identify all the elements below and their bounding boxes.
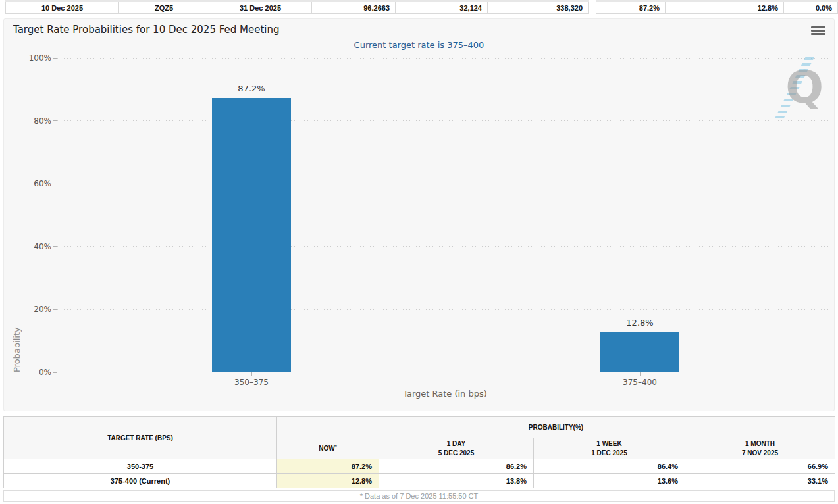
table-row: 375-400 (Current) 12.8% 13.8% 13.6% 33.1… bbox=[4, 474, 835, 488]
strip-cell: 96.2663 bbox=[312, 1, 396, 14]
gridline bbox=[57, 184, 833, 184]
one-month-date: 7 NOV 2025 bbox=[685, 449, 835, 458]
one-week-date: 1 DEC 2025 bbox=[534, 449, 685, 458]
quote-strip: 10 Dec 2025 ZQZ5 31 Dec 2025 96.2663 32,… bbox=[0, 0, 838, 16]
day-prob-cell: 13.8% bbox=[379, 474, 534, 488]
one-month-label: 1 MONTH bbox=[685, 440, 835, 449]
x-axis-title: Target Rate (in bps) bbox=[57, 389, 833, 399]
table-row: 350-375 87.2% 86.2% 86.4% 66.9% bbox=[4, 459, 835, 474]
strip-cell: 32,124 bbox=[396, 1, 488, 14]
y-axis-tick bbox=[53, 372, 57, 373]
x-axis-category-label: 350–375 bbox=[212, 378, 291, 387]
y-axis-tick bbox=[53, 246, 57, 247]
probability-table: TARGET RATE (BPS) PROBABILITY(%) NOW* 1 … bbox=[3, 416, 835, 488]
y-axis-tick bbox=[53, 58, 57, 59]
week-prob-cell: 13.6% bbox=[534, 474, 685, 488]
y-axis-tick-label: 20% bbox=[18, 305, 51, 314]
plot-area: 0%20%40%60%80%100%87.2%350–37512.8%375–4… bbox=[57, 58, 833, 372]
bar-value-label: 12.8% bbox=[600, 318, 679, 328]
one-month-column-header: 1 MONTH 7 NOV 2025 bbox=[685, 438, 835, 459]
now-asterisk: * bbox=[335, 443, 337, 449]
rate-cell: 375-400 (Current) bbox=[4, 474, 277, 488]
month-prob-cell: 66.9% bbox=[685, 459, 835, 474]
y-axis-tick-label: 100% bbox=[18, 53, 51, 63]
y-axis-title: Probability bbox=[12, 58, 22, 372]
chart-title: Target Rate Probabilities for 10 Dec 202… bbox=[13, 24, 280, 36]
now-label: NOW bbox=[319, 445, 334, 452]
y-axis-tick bbox=[53, 309, 57, 310]
data-as-of-footnote: * Data as of 7 Dec 2025 11:55:50 CT bbox=[3, 490, 835, 502]
gridline bbox=[57, 309, 833, 310]
quote-table-left: 10 Dec 2025 ZQZ5 31 Dec 2025 96.2663 32,… bbox=[5, 0, 589, 14]
one-day-date: 5 DEC 2025 bbox=[379, 449, 533, 458]
bar-value-label: 87.2% bbox=[212, 84, 291, 93]
gridline bbox=[57, 120, 833, 121]
gridline bbox=[57, 58, 833, 59]
strip-cell: 338,320 bbox=[488, 1, 589, 14]
strip-cell: 31 Dec 2025 bbox=[209, 1, 312, 14]
gridline bbox=[57, 246, 833, 247]
fedwatch-chart-panel: Target Rate Probabilities for 10 Dec 202… bbox=[3, 18, 835, 411]
x-axis-category-label: 375–400 bbox=[600, 378, 679, 387]
one-day-column-header: 1 DAY 5 DEC 2025 bbox=[379, 438, 534, 459]
chart-subtitle: Current target rate is 375–400 bbox=[4, 40, 834, 50]
watermark-q-letter: Q bbox=[785, 61, 824, 114]
x-axis-tick bbox=[251, 372, 252, 376]
week-prob-cell: 86.4% bbox=[534, 459, 685, 474]
y-axis-tick-label: 40% bbox=[18, 242, 51, 251]
one-week-column-header: 1 WEEK 1 DEC 2025 bbox=[534, 438, 685, 459]
strip-cell: 0.0% bbox=[784, 1, 838, 14]
strip-cell: 87.2% bbox=[596, 1, 666, 14]
hamburger-menu-icon[interactable] bbox=[811, 26, 825, 36]
strip-cell: ZQZ5 bbox=[119, 1, 209, 14]
now-prob-cell: 87.2% bbox=[277, 459, 379, 474]
y-axis-tick-label: 80% bbox=[18, 116, 51, 126]
month-prob-cell: 33.1% bbox=[685, 474, 835, 488]
strip-cell: 10 Dec 2025 bbox=[6, 1, 119, 14]
day-prob-cell: 86.2% bbox=[379, 459, 534, 474]
one-week-label: 1 WEEK bbox=[534, 440, 685, 449]
rate-cell: 350-375 bbox=[4, 459, 277, 474]
y-axis-tick bbox=[53, 120, 57, 121]
y-axis-tick bbox=[53, 184, 57, 184]
probability-group-header: PROBABILITY(%) bbox=[277, 417, 835, 438]
y-axis-tick-label: 0% bbox=[18, 368, 51, 377]
strip-cell: 12.8% bbox=[666, 1, 784, 14]
probability-bar[interactable] bbox=[600, 332, 679, 372]
one-day-label: 1 DAY bbox=[379, 440, 533, 449]
y-axis-tick-label: 60% bbox=[18, 179, 51, 188]
x-axis-tick bbox=[640, 372, 641, 376]
quikstrike-watermark-logo: Q bbox=[773, 57, 825, 118]
quote-table-right: 87.2% 12.8% 0.0% bbox=[596, 0, 838, 14]
now-column-header: NOW* bbox=[277, 438, 379, 459]
now-prob-cell: 12.8% bbox=[277, 474, 379, 488]
probability-bar[interactable] bbox=[212, 98, 291, 372]
target-rate-column-header: TARGET RATE (BPS) bbox=[4, 417, 277, 459]
